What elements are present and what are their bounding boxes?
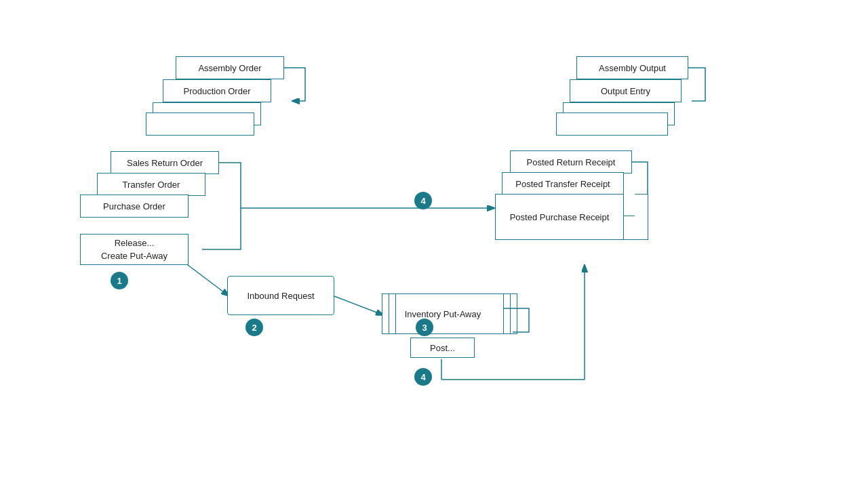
production-order-box: Production Order bbox=[163, 79, 271, 102]
diagram: Assembly Order Production Order Assembly… bbox=[0, 0, 868, 488]
purchase-order-box: Purchase Order bbox=[80, 195, 189, 218]
output-entry-box: Output Entry bbox=[570, 79, 682, 102]
post-button[interactable]: Post... bbox=[410, 338, 475, 358]
badge-2: 2 bbox=[245, 319, 263, 336]
inbound-request-box: Inbound Request bbox=[227, 276, 334, 315]
release-create-box: Release... Create Put-Away bbox=[80, 234, 189, 265]
badge-4-top: 4 bbox=[414, 192, 432, 209]
posted-purchase-receipt-box: Posted Purchase Receipt bbox=[495, 194, 624, 240]
svg-line-3 bbox=[334, 296, 384, 315]
sales-return-order-box: Sales Return Order bbox=[111, 151, 219, 174]
transfer-order-box: Transfer Order bbox=[97, 173, 205, 196]
assembly-order-box: Assembly Order bbox=[176, 56, 284, 79]
badge-3: 3 bbox=[416, 319, 433, 336]
svg-line-2 bbox=[185, 263, 229, 296]
posted-transfer-receipt-box: Posted Transfer Receipt bbox=[502, 172, 624, 195]
assembly-output-box: Assembly Output bbox=[576, 56, 688, 79]
badge-1: 1 bbox=[111, 272, 128, 289]
badge-4-bottom: 4 bbox=[414, 368, 432, 386]
posted-return-receipt-box: Posted Return Receipt bbox=[510, 150, 632, 174]
